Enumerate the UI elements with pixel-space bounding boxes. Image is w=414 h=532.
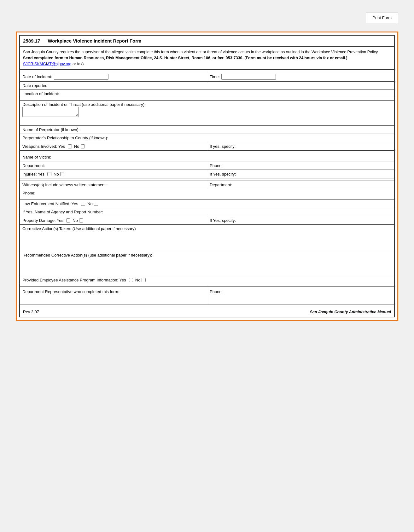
injuries-cell: Injuries: Yes No	[20, 170, 207, 178]
spacer-4	[20, 178, 394, 181]
email-link[interactable]: SJCRISKMGMT@sjgov.org	[23, 62, 71, 66]
corrective-action-section: Corrective Action(s) Taken: (Use additio…	[20, 225, 394, 251]
phone-cell: Phone:	[207, 161, 394, 170]
dept-rep-phone-label: Phone:	[210, 289, 223, 294]
form-title: Workplace Violence Incident Report Form	[48, 38, 141, 43]
victim-name-row: Name of Victim:	[20, 153, 394, 161]
agency-report-label: If Yes, Name of Agency and Report Number…	[22, 210, 103, 214]
injuries-yes-label[interactable]	[47, 172, 52, 176]
property-no-label[interactable]	[79, 218, 84, 223]
witness-right-cell: Department:	[207, 181, 394, 189]
intro-line1: San Joaquin County requires the supervis…	[23, 49, 391, 55]
property-yes-checkbox[interactable]	[66, 218, 70, 223]
injuries-row: Injuries: Yes No If Yes, specify:	[20, 170, 394, 178]
law-no-checkbox[interactable]	[94, 202, 98, 206]
weapons-row: Weapons Involved: Yes No If yes, specify…	[20, 142, 394, 151]
eap-yes-checkbox[interactable]	[129, 278, 133, 282]
victim-name-input[interactable]	[53, 155, 392, 159]
witness-phone-label: Phone:	[22, 191, 35, 195]
eap-no-checkbox[interactable]	[142, 278, 146, 282]
injuries-no-checkbox[interactable]	[60, 172, 64, 176]
perpetrator-relationship-input[interactable]	[110, 136, 392, 140]
perpetrator-relationship-row: Perpetrator's Relationship to County (if…	[20, 134, 394, 142]
weapons-yes-label[interactable]	[68, 144, 73, 148]
date-reported-input[interactable]	[50, 84, 392, 88]
weapons-no-label: No	[74, 144, 79, 149]
witness-label: Witness(es) Include witness written stat…	[22, 182, 204, 187]
witness-dept-label: Department:	[210, 182, 232, 187]
date-time-row: Date of Incident: Time:	[20, 72, 394, 82]
time-label: Time:	[210, 74, 220, 79]
weapons-label: Weapons Involved: Yes	[22, 144, 65, 149]
witness-phone-input[interactable]	[37, 191, 392, 195]
agency-report-row: If Yes, Name of Agency and Report Number…	[20, 208, 394, 216]
time-input[interactable]	[221, 74, 276, 80]
eap-no-label[interactable]	[142, 278, 147, 282]
spacer-2	[20, 98, 394, 101]
property-yes-label[interactable]	[66, 218, 71, 223]
spacer-1	[20, 70, 394, 72]
property-damage-cell: Property Damage: Yes No	[20, 216, 207, 224]
form-container: 2589.17 Workplace Violence Incident Repo…	[16, 32, 398, 321]
property-specify-cell: If Yes, specify:	[207, 216, 394, 224]
law-no-label[interactable]	[94, 202, 99, 206]
form-title-row: 2589.17 Workplace Violence Incident Repo…	[20, 36, 394, 47]
description-section: Description of Incident or Threat (use a…	[20, 101, 394, 126]
eap-label: Provided Employee Assistance Program Inf…	[22, 278, 126, 282]
property-damage-label: Property Damage: Yes	[22, 218, 63, 223]
intro-email-line: SJCRISKMGMT@sjgov.org or fax)	[23, 61, 391, 67]
time-cell: Time:	[207, 72, 394, 81]
recommended-action-label: Recommended Corrective Action(s) (use ad…	[22, 253, 392, 257]
witness-left-cell: Witness(es) Include witness written stat…	[20, 181, 207, 189]
recommended-action-textarea[interactable]	[22, 257, 392, 273]
weapons-no-checkbox[interactable]	[81, 144, 85, 148]
date-of-incident-cell: Date of Incident:	[20, 72, 207, 81]
injuries-label: Injuries: Yes	[22, 172, 44, 176]
property-no-checkbox[interactable]	[79, 218, 83, 223]
perpetrator-name-label: Name of Perpetrator (if known):	[22, 127, 79, 132]
weapons-no-label-cb[interactable]	[81, 144, 86, 148]
agency-report-input[interactable]	[105, 210, 392, 214]
injuries-no-text: No	[54, 172, 59, 176]
location-label: Location of Incident:	[22, 91, 59, 96]
form-inner: 2589.17 Workplace Violence Incident Repo…	[19, 35, 395, 317]
law-enforcement-row: Law Enforcement Notified: Yes No	[20, 200, 394, 208]
phone-input[interactable]	[224, 163, 392, 168]
corrective-action-textarea[interactable]	[22, 231, 392, 248]
perpetrator-name-input[interactable]	[81, 128, 392, 132]
date-of-incident-label: Date of Incident:	[22, 74, 52, 79]
eap-yes-label[interactable]	[129, 278, 134, 282]
dept-input[interactable]	[47, 163, 204, 168]
injuries-specify-input[interactable]	[237, 172, 392, 176]
dept-rep-phone-input[interactable]	[224, 289, 392, 294]
eap-no-text: No	[135, 278, 141, 282]
dept-rep-label: Department Representative who completed …	[22, 289, 119, 294]
weapons-cell: Weapons Involved: Yes No	[20, 142, 207, 150]
print-button[interactable]: Print Form	[366, 13, 398, 23]
corrective-action-label: Corrective Action(s) Taken: (Use additio…	[22, 226, 392, 231]
weapons-specify-input[interactable]	[237, 144, 392, 148]
location-input[interactable]	[61, 92, 392, 96]
witness-dept-input[interactable]	[234, 183, 392, 187]
spacer-5	[20, 197, 394, 200]
eap-row: Provided Employee Assistance Program Inf…	[20, 276, 394, 284]
weapons-yes-checkbox[interactable]	[68, 144, 72, 148]
description-textarea[interactable]	[22, 107, 79, 117]
injuries-specify-cell: If Yes, specify:	[207, 170, 394, 178]
dept-phone-row: Department: Phone:	[20, 161, 394, 170]
dept-rep-left-cell: Department Representative who completed …	[20, 287, 207, 304]
witness-phone-row: Phone:	[20, 189, 394, 197]
property-specify-input[interactable]	[237, 218, 392, 223]
law-yes-checkbox[interactable]	[81, 202, 85, 206]
injuries-yes-checkbox[interactable]	[47, 172, 51, 176]
property-no-text: No	[73, 218, 78, 223]
email-suffix: or fax)	[73, 62, 84, 66]
law-yes-label[interactable]	[81, 202, 86, 206]
perpetrator-name-row: Name of Perpetrator (if known):	[20, 126, 394, 134]
date-reported-row: Date reported:	[20, 82, 394, 90]
date-of-incident-input[interactable]	[54, 74, 108, 80]
intro-bold: Send completed form to Human Resources, …	[23, 55, 391, 61]
injuries-no-label[interactable]	[60, 172, 65, 176]
weapons-specify-label: If yes, specify:	[210, 144, 236, 149]
location-row: Location of Incident:	[20, 90, 394, 98]
